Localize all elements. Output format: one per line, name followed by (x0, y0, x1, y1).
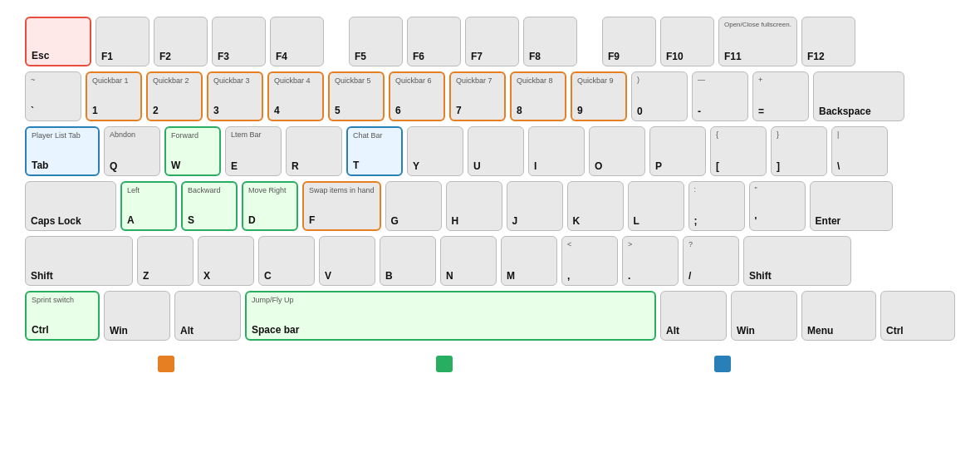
gap-f8-f9 (581, 17, 598, 66)
legend-box-green (436, 356, 453, 372)
key-alt-right[interactable]: Alt (660, 291, 727, 341)
key-minus[interactable]: — - (692, 71, 748, 121)
key-shift-right[interactable]: Shift (743, 236, 851, 286)
key-f2[interactable]: F2 (154, 17, 208, 66)
key-p[interactable]: P (649, 126, 706, 176)
key-f3[interactable]: F3 (212, 17, 266, 66)
key-ctrl-right[interactable]: Ctrl (880, 291, 955, 341)
key-semicolon[interactable]: : ; (688, 181, 745, 231)
legend-green (436, 356, 453, 372)
key-c[interactable]: C (258, 236, 315, 286)
key-3[interactable]: Quickbar 3 3 (207, 71, 263, 121)
key-q[interactable]: Abndon Q (104, 126, 160, 176)
key-equals[interactable]: + = (752, 71, 809, 121)
number-row: ~ ` Quickbar 1 1 Quickbar 2 2 Quickbar 3… (25, 71, 955, 121)
key-shift-left[interactable]: Shift (25, 236, 133, 286)
key-f6[interactable]: F6 (407, 17, 461, 66)
key-lbracket[interactable]: { [ (710, 126, 767, 176)
key-ctrl-left[interactable]: Sprint switch Ctrl (25, 291, 100, 341)
key-tilde[interactable]: ~ ` (25, 71, 81, 121)
key-f7[interactable]: F7 (465, 17, 519, 66)
key-g[interactable]: G (385, 181, 442, 231)
key-v[interactable]: V (319, 236, 375, 286)
key-8[interactable]: Quickbar 8 8 (510, 71, 566, 121)
key-s[interactable]: Backward S (181, 181, 238, 231)
key-esc[interactable]: Esc (25, 17, 91, 66)
zxcv-row: Shift Z X C V B N M < (25, 236, 955, 286)
key-f4[interactable]: F4 (270, 17, 324, 66)
key-space[interactable]: Jump/Fly Up Space bar (245, 291, 656, 341)
key-quote[interactable]: " ' (749, 181, 806, 231)
key-d[interactable]: Move Right D (242, 181, 298, 231)
key-menu[interactable]: Menu (801, 291, 876, 341)
key-f12[interactable]: F12 (801, 17, 855, 66)
key-f5[interactable]: F5 (349, 17, 403, 66)
key-y[interactable]: Y (407, 126, 463, 176)
key-slash[interactable]: ? / (683, 236, 739, 286)
key-b[interactable]: B (380, 236, 436, 286)
key-r[interactable]: R (286, 126, 342, 176)
key-u[interactable]: U (468, 126, 524, 176)
key-0[interactable]: ) 0 (631, 71, 688, 121)
function-row: Esc F1 F2 F3 F4 F5 F6 F7 (25, 17, 955, 66)
legend-orange (158, 356, 174, 372)
key-k[interactable]: K (567, 181, 624, 231)
key-win-right[interactable]: Win (731, 291, 797, 341)
key-4[interactable]: Quickbar 4 4 (267, 71, 324, 121)
asdf-row: Caps Lock Left A Backward S Move Right D… (25, 181, 955, 231)
key-z[interactable]: Z (137, 236, 194, 286)
gap-f4-f5 (328, 17, 345, 66)
key-f10[interactable]: F10 (660, 17, 714, 66)
key-f1[interactable]: F1 (96, 17, 149, 66)
key-j[interactable]: J (507, 181, 563, 231)
key-7[interactable]: Quickbar 7 7 (449, 71, 506, 121)
key-f9[interactable]: F9 (602, 17, 656, 66)
key-h[interactable]: H (446, 181, 502, 231)
key-6[interactable]: Quickbar 6 6 (389, 71, 445, 121)
key-f8[interactable]: F8 (523, 17, 577, 66)
key-f[interactable]: Swap items in hand F (302, 181, 381, 231)
keyboard: Esc F1 F2 F3 F4 F5 F6 F7 (0, 0, 980, 389)
key-5[interactable]: Quickbar 5 5 (328, 71, 385, 121)
legend-blue (714, 356, 731, 372)
key-1[interactable]: Quickbar 1 1 (86, 71, 142, 121)
key-m[interactable]: M (501, 236, 557, 286)
legend (25, 352, 955, 372)
key-e[interactable]: Ltem Bar E (225, 126, 282, 176)
bottom-row: Sprint switch Ctrl Win Alt Jump/Fly Up S… (25, 291, 955, 341)
key-x[interactable]: X (198, 236, 254, 286)
key-period[interactable]: > . (622, 236, 679, 286)
key-n[interactable]: N (440, 236, 497, 286)
key-a[interactable]: Left A (120, 181, 177, 231)
key-rbracket[interactable]: } ] (771, 126, 827, 176)
key-alt-left[interactable]: Alt (174, 291, 241, 341)
key-l[interactable]: L (628, 181, 684, 231)
key-capslock[interactable]: Caps Lock (25, 181, 116, 231)
key-i[interactable]: I (528, 126, 585, 176)
legend-box-blue (714, 356, 731, 372)
key-f11[interactable]: Open/Close fullscreen. F11 (718, 17, 797, 66)
key-backslash[interactable]: | \ (831, 126, 888, 176)
key-win-left[interactable]: Win (104, 291, 170, 341)
legend-box-orange (158, 356, 174, 372)
key-t[interactable]: Chat Bar T (346, 126, 403, 176)
key-enter[interactable]: Enter (810, 181, 893, 231)
key-o[interactable]: O (589, 126, 645, 176)
qwerty-row: Player List Tab Tab Abndon Q Forward W L… (25, 126, 955, 176)
key-backspace[interactable]: Backspace (813, 71, 904, 121)
key-w[interactable]: Forward W (164, 126, 221, 176)
key-tab[interactable]: Player List Tab Tab (25, 126, 100, 176)
key-2[interactable]: Quickbar 2 2 (146, 71, 203, 121)
key-9[interactable]: Quickbar 9 9 (571, 71, 627, 121)
key-comma[interactable]: < , (561, 236, 618, 286)
